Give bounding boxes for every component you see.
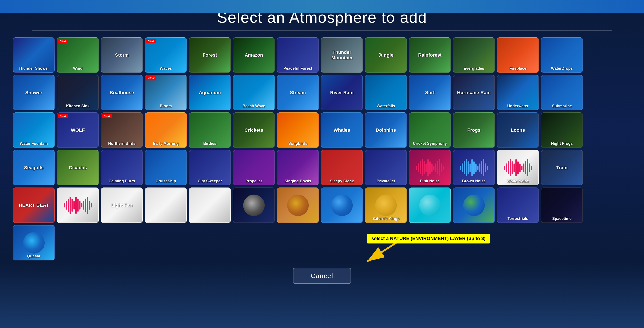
tooltip-label: select a NATURE (ENVIRONMENT) LAYER (up … — [367, 234, 490, 244]
grid-row-4: HEART BEATLight FanMirandaJupiterNeptune… — [13, 188, 631, 223]
atmosphere-item-pink-noise[interactable]: Pink Noise — [409, 150, 451, 185]
atmosphere-item-loons[interactable]: Loons — [497, 112, 539, 148]
grid-row-0: Thunder ShowerNEWWindStormNEWWavesForest… — [13, 37, 631, 73]
atmosphere-item-hurricane-rain[interactable]: Hurricane Rain — [453, 75, 495, 110]
atmosphere-item-cruise-ship[interactable]: CruiseShip — [145, 150, 187, 185]
atmosphere-item-fireplace[interactable]: Fireplace — [497, 37, 539, 73]
atmosphere-item-saturns-kings[interactable]: Saturn's Kings — [365, 188, 407, 223]
atmosphere-item-beach-wave[interactable]: Beach Wave — [233, 75, 275, 110]
atmosphere-item-waterfalls[interactable]: Waterfalls — [365, 75, 407, 110]
atmosphere-item-white2[interactable] — [57, 188, 99, 223]
atmosphere-item-cicadas[interactable]: Cicadas — [57, 150, 99, 185]
atmosphere-item-rainforest[interactable]: Rainforest — [409, 37, 451, 73]
atmosphere-item-calming-purrs[interactable]: Calming Purrs — [101, 150, 143, 185]
title-divider — [32, 30, 612, 31]
atmosphere-item-jupiter[interactable]: Jupiter — [277, 188, 319, 223]
atmosphere-item-water-fountain[interactable]: Water Fountain — [13, 112, 55, 148]
atmosphere-item-spacetime[interactable]: Spacetime — [541, 188, 583, 223]
atmosphere-item-river-rain[interactable]: River Rain — [321, 75, 363, 110]
atmosphere-item-storm[interactable]: Storm — [101, 37, 143, 73]
atmosphere-item-submarine[interactable]: Submarine — [541, 75, 583, 110]
atmosphere-item-sleepy-clock[interactable]: Sleepy Clock — [321, 150, 363, 185]
atmosphere-item-everglades[interactable]: Everglades — [453, 37, 495, 73]
atmosphere-item-white-noise[interactable]: White Noise — [497, 150, 539, 185]
atmosphere-item-dolphins[interactable]: Dolphins — [365, 112, 407, 148]
atmosphere-item-shower[interactable]: Shower — [13, 75, 55, 110]
atmosphere-item-earth[interactable]: Earth — [453, 188, 495, 223]
atmosphere-item-waterdrops[interactable]: WaterDrops — [541, 37, 583, 73]
atmosphere-item-fan2[interactable] — [145, 188, 187, 223]
atmosphere-item-uranus[interactable]: Uranus — [409, 188, 451, 223]
atmosphere-item-train[interactable]: Train — [541, 150, 583, 185]
atmosphere-item-brown-noise[interactable]: Brown Noise — [453, 150, 495, 185]
atmosphere-item-birdies[interactable]: Birdies — [189, 112, 231, 148]
atmosphere-item-peaceful-forest[interactable]: Peaceful Forest — [277, 37, 319, 73]
atmosphere-item-jungle[interactable]: Jungle — [365, 37, 407, 73]
atmosphere-item-waves[interactable]: NEWWaves — [145, 37, 187, 73]
atmosphere-item-whales[interactable]: Whales — [321, 112, 363, 148]
bottom-area: Cancel select a NATURE (ENVIRONMENT) LAY… — [0, 264, 644, 284]
atmosphere-item-underwater[interactable]: Underwater — [497, 75, 539, 110]
atmosphere-item-singing-bowls[interactable]: Singing Bowls — [277, 150, 319, 185]
atmosphere-item-wolf[interactable]: NEWWOLF — [57, 112, 99, 148]
atmosphere-item-crickets[interactable]: Crickets — [233, 112, 275, 148]
atmosphere-item-terrestrials[interactable]: Terrestrials — [497, 188, 539, 223]
atmosphere-item-bloom[interactable]: NEWBloom — [145, 75, 187, 110]
atmosphere-item-stream[interactable]: Stream — [277, 75, 319, 110]
atmosphere-item-propeller[interactable]: Propeller — [233, 150, 275, 185]
atmosphere-item-frogs[interactable]: Frogs — [453, 112, 495, 148]
atmosphere-item-quasar[interactable]: Quasar — [13, 225, 55, 260]
cancel-button[interactable]: Cancel — [293, 268, 351, 284]
atmosphere-item-boathouse[interactable]: Boathouse — [101, 75, 143, 110]
atmosphere-item-surf[interactable]: Surf — [409, 75, 451, 110]
atmosphere-item-amazon[interactable]: Amazon — [233, 37, 275, 73]
atmosphere-item-aquarium[interactable]: Aquarium — [189, 75, 231, 110]
atmosphere-item-thunder-shower[interactable]: Thunder Shower — [13, 37, 55, 73]
top-bar — [0, 0, 644, 13]
atmosphere-item-forest[interactable]: Forest — [189, 37, 231, 73]
atmosphere-item-songbirds[interactable]: Songbirds — [277, 112, 319, 148]
atmosphere-item-cricket-symphony[interactable]: Cricket Symphony — [409, 112, 451, 148]
atmosphere-item-miranda[interactable]: Miranda — [233, 188, 275, 223]
atmosphere-item-seagulls[interactable]: Seagulls — [13, 150, 55, 185]
atmosphere-item-fan3[interactable] — [189, 188, 231, 223]
atmosphere-item-light-fan[interactable]: Light Fan — [101, 188, 143, 223]
grid-row-3: SeagullsCicadasCalming PurrsCruiseShipCi… — [13, 150, 631, 185]
atmosphere-grid: Thunder ShowerNEWWindStormNEWWavesForest… — [0, 37, 644, 260]
atmosphere-item-city-sweeper[interactable]: City Sweeper — [189, 150, 231, 185]
atmosphere-item-early-morning[interactable]: Early Morning — [145, 112, 187, 148]
atmosphere-item-private-jet[interactable]: PrivateJet — [365, 150, 407, 185]
grid-row-2: Water FountainNEWWOLFNEWNorthern BirdsEa… — [13, 112, 631, 148]
atmosphere-item-northern-birds[interactable]: NEWNorthern Birds — [101, 112, 143, 148]
atmosphere-item-heart-beat[interactable]: HEART BEAT — [13, 188, 55, 223]
atmosphere-item-thunder-mountain[interactable]: Thunder Mountain — [321, 37, 363, 73]
grid-row-1: ShowerKitchen SinkBoathouseNEWBloomAquar… — [13, 75, 631, 110]
atmosphere-item-kitchen-sink[interactable]: Kitchen Sink — [57, 75, 99, 110]
atmosphere-item-night-frogs[interactable]: Night Frogs — [541, 112, 583, 148]
grid-row-5: Quasar — [13, 225, 631, 260]
atmosphere-item-neptune[interactable]: Neptune — [321, 188, 363, 223]
atmosphere-item-wind[interactable]: NEWWind — [57, 37, 99, 73]
